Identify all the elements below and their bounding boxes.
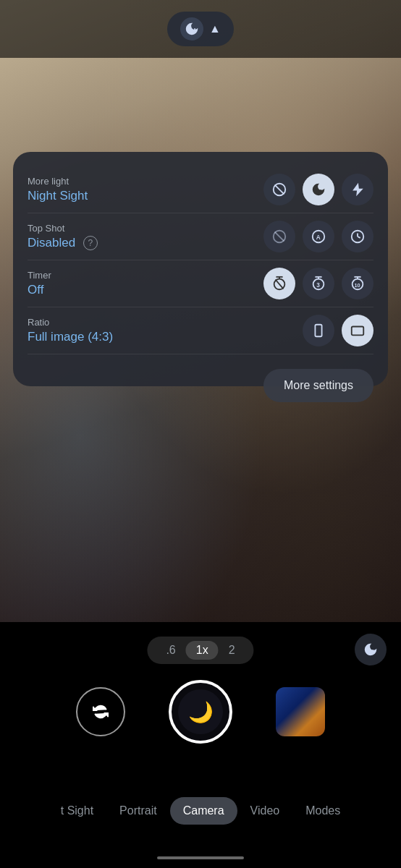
- night-sight-toggle-btn[interactable]: A: [355, 634, 387, 665]
- top-shot-icons: A: [263, 221, 373, 252]
- svg-line-5: [275, 232, 284, 242]
- svg-text:10: 10: [354, 282, 360, 289]
- svg-line-14: [276, 280, 284, 289]
- svg-rect-23: [315, 325, 321, 337]
- top-shot-timer-btn[interactable]: [342, 221, 373, 252]
- flip-icon: [93, 704, 109, 720]
- ratio-title: Ratio: [28, 317, 303, 328]
- svg-line-10: [358, 237, 360, 238]
- shutter-moon-icon: 🌙: [188, 700, 214, 724]
- timer-off-btn[interactable]: [263, 268, 295, 299]
- home-indicator: [157, 856, 244, 859]
- zoom-bar: .6 1x 2: [147, 637, 253, 664]
- top-shot-off-btn[interactable]: [263, 221, 295, 252]
- timer-icons: 3 10: [263, 268, 373, 299]
- timer-3-icon: 3: [311, 276, 326, 292]
- tab-portrait[interactable]: Portrait: [106, 797, 170, 825]
- more-light-icons: A: [263, 174, 373, 205]
- timer-10-icon: 10: [350, 276, 366, 292]
- flash-icon: [350, 182, 366, 197]
- clock-icon: [350, 229, 366, 244]
- more-light-title: More light: [28, 176, 263, 187]
- svg-rect-24: [352, 327, 364, 336]
- timer-label: Timer Off: [28, 270, 263, 297]
- shutter-inner: 🌙: [178, 689, 223, 734]
- zoom-1x-btn[interactable]: 1x: [186, 641, 219, 660]
- shutter-button[interactable]: 🌙: [169, 680, 232, 744]
- timer-value: Off: [28, 283, 263, 297]
- more-light-off-btn[interactable]: [263, 174, 295, 205]
- portrait-rect-icon: [311, 323, 326, 339]
- tab-modes[interactable]: Modes: [292, 797, 353, 825]
- moon-auto-icon: A: [311, 182, 326, 197]
- landscape-rect-icon: [350, 323, 366, 339]
- ratio-portrait-btn[interactable]: [303, 315, 334, 346]
- camera-buttons: 🌙: [0, 680, 401, 744]
- slash-circle-gray-icon: [271, 229, 287, 244]
- svg-text:3: 3: [316, 282, 320, 289]
- top-shot-row: Top Shot Disabled ? A: [28, 213, 373, 260]
- tab-video[interactable]: Video: [237, 797, 293, 825]
- zoom-2x-btn[interactable]: 2: [219, 641, 245, 660]
- svg-text:A: A: [316, 234, 321, 241]
- settings-panel: More light Night Sight A: [13, 152, 388, 386]
- ratio-label: Ratio Full image (4:3): [28, 317, 303, 344]
- auto-circle-icon: A: [311, 229, 326, 244]
- top-bar: A ▲: [0, 0, 401, 58]
- chevron-up-icon: ▲: [209, 22, 221, 35]
- svg-text:A: A: [319, 189, 322, 193]
- top-shot-auto-btn[interactable]: A: [303, 221, 334, 252]
- ratio-value: Full image (4:3): [28, 330, 303, 344]
- gallery-button[interactable]: [276, 687, 325, 736]
- timer-row: Timer Off 3: [28, 260, 373, 307]
- more-light-value: Night Sight: [28, 189, 263, 203]
- moon-icon: A: [180, 17, 203, 41]
- timer-10s-btn[interactable]: 10: [342, 268, 373, 299]
- tab-camera[interactable]: Camera: [170, 797, 237, 825]
- ratio-row: Ratio Full image (4:3): [28, 307, 373, 354]
- top-shot-label: Top Shot Disabled ?: [28, 223, 263, 251]
- timer-off-icon: [271, 276, 287, 292]
- more-light-flash-btn[interactable]: [342, 174, 373, 205]
- flip-camera-button[interactable]: [76, 687, 125, 736]
- more-light-row: More light Night Sight A: [28, 166, 373, 213]
- slash-circle-icon: [271, 182, 287, 197]
- bottom-controls: .6 1x 2 A 🌙 t S: [0, 622, 401, 868]
- info-icon[interactable]: ?: [83, 236, 98, 250]
- top-shot-value: Disabled ?: [28, 236, 263, 251]
- svg-line-2: [275, 185, 284, 195]
- svg-text:A: A: [193, 27, 197, 33]
- tab-night-sight[interactable]: t Sight: [48, 797, 106, 825]
- svg-text:A: A: [371, 649, 374, 653]
- moon-toggle-icon: A: [363, 642, 379, 658]
- more-light-nightsight-btn[interactable]: A: [303, 174, 334, 205]
- top-shot-title: Top Shot: [28, 223, 263, 234]
- more-light-label: More light Night Sight: [28, 176, 263, 203]
- zoom-06-btn[interactable]: .6: [156, 641, 185, 660]
- more-settings-button[interactable]: More settings: [263, 369, 373, 402]
- moon-svg: A: [184, 21, 200, 37]
- mode-tabs: t Sight Portrait Camera Video Modes: [0, 797, 401, 825]
- ratio-icons: [303, 315, 373, 346]
- timer-title: Timer: [28, 270, 263, 281]
- ratio-landscape-btn[interactable]: [342, 315, 373, 346]
- timer-3s-btn[interactable]: 3: [303, 268, 334, 299]
- night-sight-pill[interactable]: A ▲: [167, 12, 234, 46]
